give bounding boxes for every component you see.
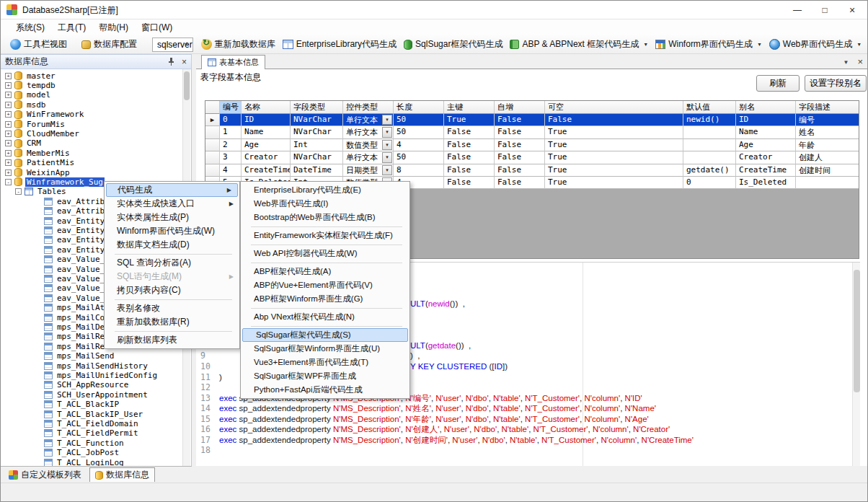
context-menu-item-11[interactable]: 重新加载数据库(R) [105,315,239,329]
menubar-item-0[interactable]: 系统(S) [9,20,51,35]
tree-item-T_ACL_JobPost[interactable]: T_ACL_JobPost [1,448,120,458]
grid-cell[interactable]: False [545,114,683,126]
tree-item-eav_Entity[interactable]: eav_Entity [1,245,106,255]
tree-expander-icon[interactable]: + [5,92,12,98]
grid-cell[interactable]: False [495,114,545,126]
tree-expander-icon[interactable]: + [5,169,12,176]
context-menu-item-6[interactable]: SQL 查询分析器(A) [105,256,239,270]
tree-item-eav_Entity[interactable]: eav_Entity [1,225,106,235]
grid-cell[interactable]: 50 [394,126,444,138]
tree-expander-icon[interactable]: + [5,121,12,128]
menubar-item-1[interactable]: 工具(T) [51,20,92,35]
tree-expander-icon[interactable]: + [5,73,12,79]
grid-cell[interactable]: 50 [394,151,444,164]
grid-cell[interactable]: ID [736,114,796,126]
grid-cell[interactable]: True [545,164,683,177]
submenu-item-12[interactable]: Abp VNext框架代码生成(N) [241,310,409,324]
tree-expander-icon[interactable]: + [5,111,12,118]
grid-cell[interactable]: False [495,151,545,164]
grid-cell[interactable]: True [545,177,683,189]
grid-cell[interactable]: 姓名 [796,126,859,138]
grid-column-header-编号[interactable]: 编号 [220,101,242,114]
grid-column-header-字段类型[interactable]: 字段类型 [291,101,343,114]
toolbar-button-重新加载数据库[interactable]: 重新加载数据库 [198,37,279,52]
grid-cell[interactable]: 日期类型▼ [343,164,394,177]
bottom-tab-0[interactable]: 自定义模板列表 [4,467,87,482]
grid-cell[interactable]: 4 [220,164,242,177]
submenu-item-1[interactable]: Web界面代码生成(I) [241,197,409,211]
tree-scrollbar-thumb[interactable] [184,71,190,100]
tree-item-eav_Attrib[interactable]: eav_Attrib [1,206,106,216]
tree-item-mps_MailSendHistory[interactable]: mps_MailSendHistory [1,361,149,371]
tree-item-T_ACL_Function[interactable]: T_ACL_Function [1,438,125,448]
grid-column-header-主键[interactable]: 主键 [444,101,495,114]
tab-table-basic-info[interactable]: 表基本信息 [201,55,265,69]
pin-icon[interactable] [167,57,175,66]
combo-dropdown-button[interactable]: ▼ [382,165,392,175]
grid-cell[interactable]: Name [242,126,291,138]
tree-item-SCH_UserAppointment[interactable]: SCH_UserAppointment [1,389,149,400]
set-field-alias-button[interactable]: 设置字段别名 [805,75,867,92]
grid-cell[interactable]: NVarChar [291,114,343,126]
tree-item-WeixinApp[interactable]: +WeixinApp [1,167,71,177]
toolbar-button-ABP & ABPNext 框架代码生成[interactable]: ABP & ABPNext 框架代码生成▼ [506,37,652,52]
submenu-item-16[interactable]: Vue3+Element界面代码生成(T) [241,356,409,369]
grid-cell[interactable]: False [495,164,545,177]
toolbar-button-EnterpriseLibrary代码生成[interactable]: EnterpriseLibrary代码生成 [279,37,400,52]
grid-cell[interactable]: Int [291,139,343,151]
combo-dropdown-button[interactable]: ▼ [382,115,392,125]
toolbar-button-Web界面代码生成[interactable]: Web界面代码生成▼ [766,37,865,52]
submenu-item-18[interactable]: Python+FastApi后端代码生成 [241,383,409,397]
grid-column-header-自增[interactable]: 自增 [495,101,545,114]
tree-item-msdb[interactable]: +msdb [1,100,48,110]
grid-cell[interactable]: True [444,114,495,126]
grid-cell[interactable]: False [495,139,545,151]
grid-cell[interactable]: 单行文本▼ [343,151,394,164]
context-menu-item-10[interactable]: 表别名修改 [105,301,239,315]
grid-cell[interactable]: False [444,164,495,177]
tree-expander-icon[interactable]: - [15,188,22,195]
tree-item-eav_Entity[interactable]: eav_Entity [1,216,106,226]
tree-item-PatientMis[interactable]: +PatientMis [1,158,76,168]
submenu-item-15[interactable]: SqlSugar框架Winform界面生成(U) [241,342,409,356]
submenu-item-0[interactable]: EnterpriseLibrary代码生成(E) [241,183,409,197]
grid-row-2[interactable]: 2AgeInt数值类型▼4FalseFalseTrueAge年龄 [205,139,859,151]
grid-cell[interactable]: True [545,126,683,138]
grid-cell[interactable]: False [444,151,495,164]
grid-cell[interactable]: 50 [394,114,444,126]
grid-column-header-字段描述[interactable]: 字段描述 [796,101,859,114]
bottom-tab-1[interactable]: 数据库信息 [89,467,155,482]
grid-cell[interactable]: NVarChar [291,151,343,164]
submenu-item-9[interactable]: ABP的Vue+Element界面代码(V) [241,278,409,292]
tree-expander-icon[interactable]: - [5,179,12,185]
grid-cell[interactable]: 0 [220,114,242,126]
tree-item-CRM[interactable]: +CRM [1,138,43,149]
grid-cell[interactable]: 1 [220,126,242,138]
tree-expander-icon[interactable]: + [5,102,12,108]
tree-item-eav_Attrib[interactable]: eav_Attrib [1,196,106,206]
context-menu-item-13[interactable]: 刷新数据库列表 [105,333,239,347]
grid-cell[interactable]: ID [242,114,291,126]
tree-expander-icon[interactable]: + [5,140,12,146]
grid-cell[interactable]: False [444,177,495,189]
context-menu-item-3[interactable]: Winform界面代码生成(W) [105,224,239,238]
code-scrollbar[interactable] [852,263,860,466]
grid-cell[interactable]: 创建人 [796,151,859,164]
tree-item-mps_MailRe[interactable]: mps_MailRe [1,332,106,342]
grid-cell[interactable]: False [495,126,545,138]
grid-cell[interactable]: CreateTime [242,164,291,177]
grid-column-header-可空[interactable]: 可空 [545,101,683,114]
tree-item-Tables[interactable]: -Tables [1,187,68,197]
tree-item-eav_Value_[interactable]: eav_Value_ [1,264,106,274]
tree-item-mps_MailUnifiedConfig[interactable]: mps_MailUnifiedConfig [1,370,159,380]
grid-cell[interactable]: 数值类型▼ [343,139,394,151]
context-menu-item-2[interactable]: 实体类属性生成(P) [105,211,239,224]
tree-item-mps_MailSend[interactable]: mps_MailSend [1,351,115,361]
grid-column-header-别名[interactable]: 别名 [736,101,796,114]
tree-item-eav_Value_[interactable]: eav_Value_ [1,255,106,265]
grid-cell[interactable]: 单行文本▼ [343,114,394,126]
tree-item-ForumMis[interactable]: +ForumMis [1,119,66,129]
grid-cell[interactable]: Name [736,126,796,138]
grid-cell[interactable]: 年龄 [796,139,859,151]
submenu-item-2[interactable]: Bootstrap的Web界面代码生成(B) [241,211,409,224]
